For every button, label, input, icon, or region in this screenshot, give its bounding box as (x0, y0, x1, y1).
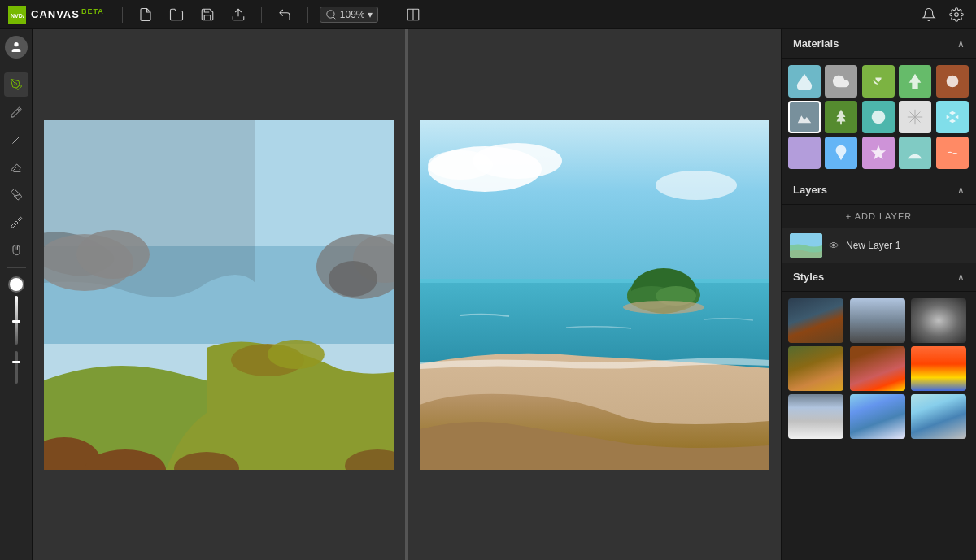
material-item-tree[interactable] (899, 65, 931, 98)
styles-grid (782, 292, 976, 445)
brush-tool-button[interactable] (4, 100, 28, 124)
material-item-cloud[interactable] (825, 65, 857, 98)
sketch-panel[interactable] (33, 29, 405, 560)
zoom-value: 109% (340, 9, 365, 20)
styles-header: Styles ∧ (782, 263, 976, 292)
split-view-button[interactable] (402, 3, 425, 26)
layer-item[interactable]: 👁 New Layer 1 (782, 228, 976, 263)
svg-text:NVDA: NVDA (11, 13, 24, 19)
material-item-snow[interactable] (899, 101, 931, 133)
layers-title: Layers (793, 184, 827, 196)
style-item-1[interactable] (788, 298, 843, 343)
svg-point-15 (76, 230, 150, 279)
main-area: Materials ∧ (0, 29, 976, 560)
materials-chevron[interactable]: ∧ (957, 38, 965, 50)
style-item-4[interactable] (788, 346, 843, 391)
svg-point-29 (656, 171, 737, 200)
notifications-button[interactable] (917, 3, 940, 26)
material-item-forest[interactable] (825, 101, 857, 133)
sketch-canvas[interactable] (44, 120, 394, 470)
top-right-controls (917, 3, 968, 26)
line-tool-button[interactable] (4, 128, 28, 152)
materials-section: Materials ∧ (782, 29, 976, 176)
settings-button[interactable] (945, 3, 968, 26)
material-item-water[interactable] (788, 65, 821, 98)
material-item-stars[interactable] (862, 137, 895, 169)
export-button[interactable] (227, 3, 250, 26)
svg-point-24 (329, 261, 377, 297)
canvas-area (33, 29, 781, 560)
add-layer-button[interactable]: + ADD LAYER (782, 205, 976, 228)
material-item-mountain[interactable] (788, 101, 821, 133)
svg-point-37 (946, 76, 958, 88)
canvas-label: CANVAS (31, 9, 80, 21)
style-item-9[interactable] (911, 394, 966, 439)
app-title: CANVASBETA (31, 7, 104, 20)
material-item-grass[interactable] (862, 65, 895, 98)
nvidia-logo: NVDA (8, 6, 26, 24)
layer-name-label: New Layer 1 (846, 240, 900, 251)
beta-badge: BETA (81, 7, 104, 15)
color-swatch[interactable] (8, 276, 24, 293)
new-file-button[interactable] (134, 3, 157, 26)
photo-canvas[interactable] (420, 120, 769, 470)
size-slider[interactable] (15, 351, 18, 384)
materials-header: Materials ∧ (782, 29, 976, 59)
svg-marker-42 (871, 145, 886, 159)
photo-panel[interactable] (408, 29, 781, 560)
materials-grid (782, 59, 976, 176)
svg-point-7 (955, 12, 959, 16)
layers-header: Layers ∧ (782, 176, 976, 205)
style-item-2[interactable] (850, 298, 905, 343)
user-avatar[interactable] (5, 36, 28, 59)
material-item-island[interactable] (862, 101, 895, 133)
material-item-sand[interactable] (899, 137, 931, 169)
layers-chevron[interactable]: ∧ (957, 184, 965, 196)
eyedropper-tool-button[interactable] (4, 211, 28, 235)
svg-point-8 (14, 42, 18, 46)
svg-line-4 (333, 16, 335, 19)
material-item-dirt[interactable] (936, 137, 969, 169)
styles-chevron[interactable]: ∧ (957, 271, 965, 283)
materials-title: Materials (793, 37, 839, 50)
layer-visibility-icon[interactable]: 👁 (829, 240, 839, 252)
save-button[interactable] (196, 3, 219, 26)
color-picker-area (8, 276, 24, 384)
zoom-chevron: ▾ (368, 9, 373, 20)
right-panel: Materials ∧ (781, 29, 976, 560)
style-item-5[interactable] (850, 346, 905, 391)
svg-point-28 (428, 150, 493, 180)
svg-point-3 (327, 10, 334, 17)
style-item-6[interactable] (911, 346, 966, 391)
separator-4 (390, 7, 390, 23)
zoom-control[interactable]: 109% ▾ (320, 7, 379, 23)
pen-tool-button[interactable] (4, 72, 28, 97)
style-item-7[interactable] (788, 394, 843, 439)
pan-tool-button[interactable] (4, 238, 28, 263)
eraser-tool-button[interactable] (4, 155, 28, 180)
svg-rect-31 (420, 279, 769, 283)
separator-2 (261, 7, 262, 23)
tool-sep-2 (7, 267, 26, 268)
material-item-rain[interactable] (825, 137, 857, 169)
topbar: NVDA CANVASBETA 109% (0, 0, 976, 29)
opacity-handle (12, 320, 20, 323)
layer-thumbnail (790, 233, 822, 258)
svg-point-23 (268, 340, 325, 369)
svg-rect-30 (420, 279, 769, 368)
open-file-button[interactable] (165, 3, 188, 26)
styles-title: Styles (793, 271, 824, 283)
material-item-ice[interactable] (936, 101, 969, 133)
logo-area: NVDA CANVASBETA (8, 6, 104, 24)
tool-sep-1 (7, 67, 26, 67)
fill-tool-button[interactable] (4, 183, 28, 207)
material-item-fog[interactable] (788, 137, 821, 169)
style-item-3[interactable] (911, 298, 966, 343)
separator-3 (307, 7, 308, 23)
separator-1 (122, 7, 123, 23)
undo-button[interactable] (273, 3, 296, 26)
size-handle (12, 361, 20, 363)
opacity-slider[interactable] (15, 296, 18, 345)
style-item-8[interactable] (850, 394, 905, 439)
material-item-rock[interactable] (936, 65, 969, 98)
